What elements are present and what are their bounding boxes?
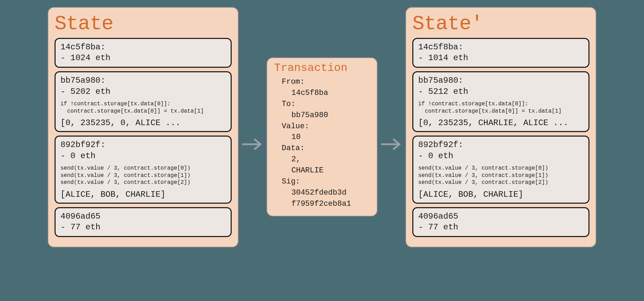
- tx-value-label: Value:: [274, 121, 370, 132]
- account-balance: - 5212 eth: [418, 86, 584, 97]
- tx-sig-value: f7959f2ceb8a1: [274, 198, 370, 210]
- account-code: send(tx.value / 3, contract.storage[0]) …: [60, 165, 226, 186]
- account-box: 892bf92f: - 0 eth send(tx.value / 3, con…: [55, 136, 232, 204]
- account-balance: - 1024 eth: [60, 52, 226, 63]
- account-box: 892bf92f: - 0 eth send(tx.value / 3, con…: [412, 136, 589, 204]
- account-storage: [ALICE, BOB, CHARLIE]: [60, 190, 226, 199]
- tx-from-value: 14c5f8ba: [274, 88, 370, 99]
- account-address: 892bf92f:: [418, 139, 584, 150]
- tx-data-value: CHARLIE: [274, 165, 370, 176]
- transaction-body: From: 14c5f8ba To: bb75a980 Value: 10 Da…: [274, 76, 370, 210]
- tx-to-label: To:: [274, 99, 370, 110]
- account-box: 4096ad65 - 77 eth: [412, 207, 589, 237]
- account-box: 14c5f8ba: - 1024 eth: [55, 38, 232, 68]
- state-after-title: State': [412, 13, 589, 35]
- account-storage: [ALICE, BOB, CHARLIE]: [418, 190, 584, 199]
- account-balance: - 77 eth: [418, 222, 584, 233]
- account-balance: - 5202 eth: [60, 86, 226, 97]
- transaction-panel: Transaction From: 14c5f8ba To: bb75a980 …: [266, 57, 378, 217]
- state-before-panel: State 14c5f8ba: - 1024 eth bb75a980: - 5…: [48, 7, 239, 247]
- account-balance: - 1014 eth: [418, 52, 584, 63]
- tx-data-label: Data:: [274, 143, 370, 154]
- account-code: send(tx.value / 3, contract.storage[0]) …: [418, 165, 584, 186]
- state-before-title: State: [55, 13, 232, 35]
- account-storage: [0, 235235, 0, ALICE ...: [60, 118, 226, 128]
- transaction-title: Transaction: [274, 62, 370, 74]
- account-box: 14c5f8ba: - 1014 eth: [412, 38, 589, 68]
- account-address: bb75a980:: [418, 75, 584, 86]
- account-storage: [0, 235235, CHARLIE, ALICE ...: [418, 118, 584, 128]
- account-box: bb75a980: - 5212 eth if !contract.storag…: [412, 71, 589, 132]
- tx-sig-label: Sig:: [274, 176, 370, 187]
- account-box: bb75a980: - 5202 eth if !contract.storag…: [55, 71, 232, 132]
- account-address: bb75a980:: [60, 75, 226, 86]
- tx-to-value: bb75a980: [274, 110, 370, 121]
- account-code: if !contract.storage[tx.data[0]]: contra…: [418, 100, 584, 115]
- account-box: 4096ad65 - 77 eth: [55, 207, 232, 237]
- account-address: 4096ad65: [60, 211, 226, 222]
- account-balance: - 77 eth: [60, 222, 226, 233]
- arrow-icon: [239, 7, 266, 282]
- account-balance: - 0 eth: [60, 150, 226, 161]
- arrow-icon: [378, 7, 405, 282]
- account-address: 14c5f8ba:: [418, 42, 584, 52]
- account-address: 4096ad65: [418, 211, 584, 222]
- tx-data-value: 2,: [274, 154, 370, 165]
- account-address: 14c5f8ba:: [60, 42, 226, 52]
- state-after-panel: State' 14c5f8ba: - 1014 eth bb75a980: - …: [405, 7, 596, 247]
- account-code: if !contract.storage[tx.data[0]]: contra…: [60, 100, 226, 115]
- account-balance: - 0 eth: [418, 150, 584, 161]
- tx-from-label: From:: [274, 76, 370, 88]
- account-address: 892bf92f:: [60, 139, 226, 150]
- tx-sig-value: 30452fdedb3d: [274, 187, 370, 198]
- tx-value-value: 10: [274, 132, 370, 143]
